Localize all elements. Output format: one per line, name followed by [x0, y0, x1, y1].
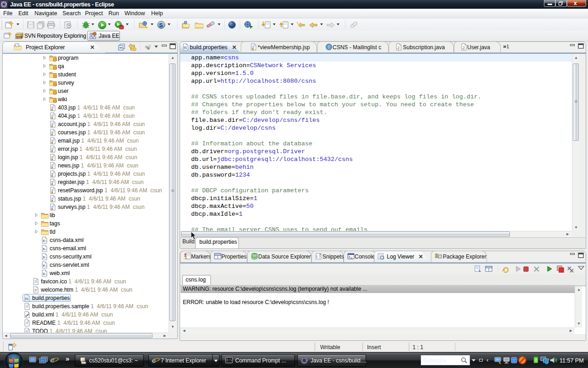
- svg-text:J: J: [463, 46, 465, 50]
- svg-text:S: S: [159, 22, 163, 29]
- svg-text:J: J: [397, 46, 400, 50]
- svg-text:01: 01: [25, 297, 29, 300]
- svg-text:SVN: SVN: [16, 35, 23, 39]
- svg-text:01: 01: [184, 46, 187, 49]
- svg-text:C:\: C:\: [226, 359, 232, 362]
